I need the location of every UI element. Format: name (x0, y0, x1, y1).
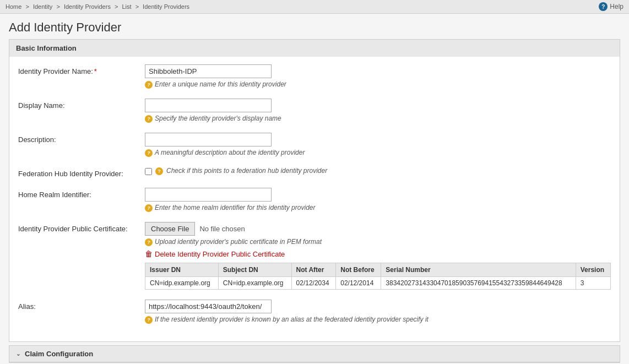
description-input[interactable] (145, 133, 272, 146)
federation-hub-label: Federation Hub Identity Provider: (18, 167, 145, 178)
breadcrumb-home[interactable]: Home (6, 3, 21, 10)
help-label: Help (610, 3, 623, 10)
trash-icon: 🗑 (145, 249, 153, 258)
cert-header-serial: Serial Number (381, 263, 576, 277)
claim-config-title: Claim Configuration (25, 350, 93, 358)
hint-icon-2: ? (145, 115, 153, 123)
help-link[interactable]: ? Help (599, 2, 623, 11)
idp-name-row: Identity Provider Name:* ? Enter a uniqu… (18, 64, 611, 89)
cert-not-after: 02/12/2034 (291, 277, 336, 290)
federation-hub-row: Federation Hub Identity Provider: ? Chec… (18, 167, 611, 178)
claim-config-section: ⌄ Claim Configuration (9, 345, 620, 363)
federation-hub-checkbox-row: ? Check if this points to a federation h… (145, 167, 611, 175)
description-field: ? A meaningful description about the ide… (145, 133, 611, 157)
description-hint: ? A meaningful description about the ide… (145, 149, 611, 157)
no-file-text: No file chosen (199, 225, 245, 233)
public-cert-field: Choose File No file chosen ? Upload iden… (145, 222, 611, 290)
main-content: Basic Information Identity Provider Name… (0, 39, 629, 364)
hint-icon-7: ? (145, 316, 153, 324)
idp-name-hint: ? Enter a unique name for this identity … (145, 80, 611, 89)
idp-name-field: ? Enter a unique name for this identity … (145, 64, 611, 89)
idp-name-label: Identity Provider Name:* (18, 64, 145, 75)
public-cert-label: Identity Provider Public Certificate: (18, 222, 145, 233)
cert-header-not-after: Not After (291, 263, 336, 277)
file-input-area: Choose File No file chosen (145, 222, 611, 236)
help-icon: ? (599, 2, 608, 11)
basic-info-body: Identity Provider Name:* ? Enter a uniqu… (9, 57, 620, 341)
cert-subject-dn: CN=idp.example.org (218, 277, 291, 290)
home-realm-field: ? Enter the home realm identifier for th… (145, 188, 611, 212)
alias-field: ? If the resident identity provider is k… (145, 300, 611, 324)
display-name-field: ? Specify the identity provider's displa… (145, 99, 611, 123)
alias-row: Alias: ? If the resident identity provid… (18, 300, 611, 324)
cert-version: 3 (576, 277, 610, 290)
cert-table: Issuer DN Subject DN Not After Not Befor… (145, 263, 611, 290)
cert-header-issuer: Issuer DN (145, 263, 219, 277)
description-label: Description: (18, 133, 145, 144)
alias-label: Alias: (18, 300, 145, 311)
display-name-row: Display Name: ? Specify the identity pro… (18, 99, 611, 123)
cert-not-before: 02/12/2014 (336, 277, 381, 290)
cert-header-subject: Subject DN (218, 263, 291, 277)
breadcrumb-list[interactable]: List (122, 3, 131, 10)
hint-icon-6: ? (145, 238, 153, 246)
hint-icon-3: ? (145, 149, 153, 157)
home-realm-hint: ? Enter the home realm identifier for th… (145, 204, 611, 212)
cert-header-not-before: Not Before (336, 263, 381, 277)
basic-info-title: Basic Information (16, 44, 77, 52)
cert-issuer-dn: CN=idp.example.org (145, 277, 219, 290)
cert-serial: 3834202731433047018590357694155432733598… (381, 277, 576, 290)
home-realm-input[interactable] (145, 188, 272, 202)
breadcrumb-identity[interactable]: Identity (33, 3, 52, 10)
federation-hub-checkbox[interactable] (145, 168, 152, 175)
hint-icon-4: ? (155, 167, 163, 175)
cert-header-version: Version (576, 263, 610, 277)
delete-cert-link[interactable]: 🗑 Delete Identity Provider Public Certif… (145, 249, 611, 258)
claim-config-header[interactable]: ⌄ Claim Configuration (9, 346, 620, 362)
basic-info-panel: Basic Information Identity Provider Name… (9, 39, 620, 342)
hint-icon: ? (145, 81, 153, 89)
idp-name-input[interactable] (145, 64, 272, 78)
display-name-hint: ? Specify the identity provider's displa… (145, 115, 611, 123)
breadcrumb-current: Identity Providers (143, 3, 189, 10)
page-title: Add Identity Provider (0, 14, 629, 39)
public-cert-row: Identity Provider Public Certificate: Ch… (18, 222, 611, 290)
breadcrumb-links: Home > Identity > Identity Providers > L… (6, 3, 189, 10)
home-realm-label: Home Realm Identifier: (18, 188, 145, 199)
federation-hub-field: ? Check if this points to a federation h… (145, 167, 611, 175)
chevron-down-icon: ⌄ (16, 351, 20, 357)
required-star: * (94, 67, 97, 75)
breadcrumb: Home > Identity > Identity Providers > L… (0, 0, 629, 14)
breadcrumb-idp[interactable]: Identity Providers (64, 3, 111, 10)
public-cert-hint: ? Upload identity provider's public cert… (145, 238, 611, 246)
home-realm-row: Home Realm Identifier: ? Enter the home … (18, 188, 611, 212)
hint-icon-5: ? (145, 204, 153, 212)
display-name-label: Display Name: (18, 99, 145, 110)
alias-input[interactable] (145, 300, 272, 313)
display-name-input[interactable] (145, 99, 272, 112)
table-row: CN=idp.example.org CN=idp.example.org 02… (145, 277, 611, 290)
alias-hint: ? If the resident identity provider is k… (145, 316, 611, 324)
basic-info-header[interactable]: Basic Information (9, 40, 620, 57)
choose-file-button[interactable]: Choose File (145, 222, 195, 236)
description-row: Description: ? A meaningful description … (18, 133, 611, 157)
